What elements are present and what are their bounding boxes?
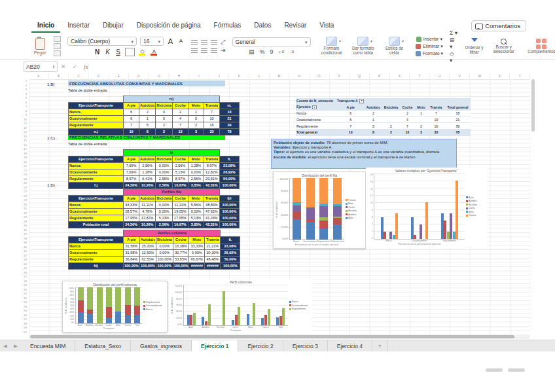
value-cell[interactable]: 2 bbox=[139, 109, 156, 115]
align-top-icon[interactable] bbox=[191, 40, 198, 45]
row-label-cell[interactable]: Nunca bbox=[69, 202, 124, 208]
sheet-tab-encuesta-mim[interactable]: Encuesta MIM bbox=[21, 340, 75, 351]
study-note-box[interactable]: Población objeto de estudio: 78 alumnos … bbox=[271, 139, 457, 169]
cancel-icon[interactable]: ✕ bbox=[61, 63, 66, 70]
value-cell[interactable]: 5,56% bbox=[188, 202, 204, 208]
column-header-T[interactable]: T bbox=[410, 73, 430, 79]
total-value-cell[interactable]: 3 bbox=[188, 128, 204, 135]
pivot-row-field-cell[interactable]: Ejercicio▼ bbox=[296, 104, 336, 111]
row-label-cell[interactable]: Nunca bbox=[69, 109, 124, 115]
value-cell[interactable]: 6 bbox=[124, 115, 139, 122]
value-cell[interactable]: 2,56% bbox=[156, 175, 173, 182]
ribbon-tab-vista[interactable]: Vista bbox=[313, 20, 340, 33]
grand-total-cell[interactable]: 100,00% bbox=[219, 182, 239, 188]
align-right-icon[interactable] bbox=[211, 48, 217, 53]
pivot-value-cell[interactable]: 2 bbox=[414, 123, 427, 130]
row-total-cell[interactable]: 26,92% bbox=[221, 249, 240, 256]
column-header-cell[interactable]: Autobús bbox=[139, 195, 156, 202]
total-value-cell[interactable]: 33 bbox=[204, 128, 219, 135]
row-total-cell[interactable]: 23,08% bbox=[221, 243, 240, 249]
column-header-cell[interactable]: Moto bbox=[188, 195, 204, 202]
value-cell[interactable]: 62,50% bbox=[139, 256, 156, 262]
pivot-total-cell[interactable]: 8 bbox=[365, 129, 382, 135]
paste-button[interactable]: Pegar bbox=[29, 38, 51, 55]
font-size-select[interactable]: 16 bbox=[140, 37, 164, 46]
value-cell[interactable]: 8,97% bbox=[204, 162, 219, 169]
ribbon-tab-fórmulas[interactable]: Fórmulas bbox=[208, 20, 247, 33]
pivot-row-label[interactable]: Ocasionalmente bbox=[296, 116, 336, 123]
pivot-total-cell[interactable]: 78 bbox=[444, 129, 471, 135]
value-cell[interactable]: 0,00% bbox=[156, 202, 173, 208]
chart-valores-multiples[interactable]: Valores múltiples por "Ejercicio\Transpo… bbox=[366, 168, 487, 247]
value-cell[interactable]: 1,28% bbox=[139, 169, 156, 175]
row-label-cell[interactable]: Ocasionalmente bbox=[69, 169, 124, 175]
pivot-value-cell[interactable]: 7 bbox=[427, 111, 444, 117]
value-cell[interactable]: 12,82% bbox=[204, 169, 219, 175]
column-header-cell[interactable]: Tranvía bbox=[204, 156, 219, 162]
pivot-value-cell[interactable]: 6 bbox=[336, 116, 365, 123]
value-cell[interactable]: 7,69% bbox=[124, 162, 139, 169]
value-cell[interactable]: 100,00% bbox=[156, 256, 173, 262]
total-value-cell[interactable]: 24,36% bbox=[124, 221, 139, 228]
ribbon-tab-inicio[interactable]: Inicio bbox=[31, 20, 60, 33]
value-cell[interactable]: 8,97% bbox=[124, 175, 139, 182]
chart-dist-perfil-fila[interactable]: Distribución del perfil fila% de estudia… bbox=[273, 171, 366, 249]
enter-icon[interactable]: ✓ bbox=[73, 63, 78, 70]
pivot-value-cell[interactable]: 39 bbox=[444, 123, 471, 130]
align-middle-icon[interactable] bbox=[201, 40, 207, 45]
pivot-value-cell[interactable]: 1 bbox=[365, 116, 382, 123]
value-cell[interactable]: 30,30% bbox=[205, 249, 221, 256]
value-cell[interactable]: 66,67% bbox=[189, 256, 205, 262]
value-cell[interactable]: 6 bbox=[124, 109, 139, 115]
row-total-cell[interactable]: 100,00% bbox=[219, 202, 239, 208]
row-label-cell[interactable]: Nunca bbox=[69, 162, 124, 169]
column-header-O[interactable]: O bbox=[310, 73, 330, 79]
row-label-cell[interactable]: Regularmente bbox=[69, 122, 124, 128]
pivot-value-cell[interactable]: 5 bbox=[365, 123, 382, 130]
total-value-cell[interactable]: 100,00% bbox=[124, 262, 140, 269]
value-cell[interactable]: 2,56% bbox=[188, 175, 204, 182]
style-button-0[interactable]: Formato condicional bbox=[317, 37, 346, 56]
align-bottom-icon[interactable] bbox=[211, 40, 217, 45]
number-format-select[interactable]: General bbox=[232, 37, 311, 46]
pivot-value-cell[interactable]: 18 bbox=[444, 111, 471, 117]
column-header-F[interactable]: F bbox=[129, 73, 149, 79]
pivot-total-cell[interactable]: 19 bbox=[336, 129, 365, 135]
total-row-label[interactable]: f.j bbox=[69, 182, 124, 188]
grand-total-cell[interactable]: 100,00% bbox=[221, 262, 240, 269]
pivot-value-cell[interactable]: 6 bbox=[336, 111, 365, 117]
value-cell[interactable]: 12,82% bbox=[139, 215, 156, 221]
column-header-Y[interactable]: Y bbox=[510, 73, 530, 79]
pivot-value-cell[interactable] bbox=[414, 116, 427, 123]
addins-button[interactable]: Complementos bbox=[528, 33, 555, 60]
horizontal-scrollbar[interactable] bbox=[29, 334, 530, 339]
value-cell[interactable]: 2 bbox=[188, 122, 204, 128]
value-cell[interactable]: 16 bbox=[204, 122, 219, 128]
row-total-cell[interactable]: 39 bbox=[219, 122, 239, 128]
row-total-cell[interactable]: 18 bbox=[219, 109, 239, 115]
column-header-cell[interactable]: Moto bbox=[189, 236, 205, 243]
pivot-column-header[interactable]: Autobús bbox=[365, 104, 382, 111]
value-cell[interactable]: 38,89% bbox=[204, 202, 219, 208]
corner-header[interactable]: Ejercicio\Transporte bbox=[69, 156, 124, 162]
pivot-row-label[interactable]: Nunca bbox=[296, 111, 336, 117]
value-cell[interactable]: 33,33% bbox=[189, 243, 205, 249]
pivot-row-label[interactable]: Regularmente bbox=[296, 123, 336, 130]
decrease-font-icon[interactable]: A bbox=[177, 38, 185, 44]
value-cell[interactable]: 0 bbox=[156, 115, 173, 122]
pivot-value-cell[interactable]: 1 bbox=[414, 111, 427, 117]
total-value-cell[interactable]: 10,26% bbox=[139, 221, 156, 228]
pivot-value-cell[interactable]: 2 bbox=[400, 111, 414, 117]
value-cell[interactable]: 0,00% bbox=[156, 169, 173, 175]
value-cell[interactable]: 0 bbox=[156, 109, 173, 115]
orientation-icon[interactable]: ⤢ bbox=[221, 39, 225, 45]
column-header-G[interactable]: G bbox=[149, 73, 170, 79]
value-cell[interactable]: 7 bbox=[124, 122, 139, 128]
total-value-cell[interactable]: ###### bbox=[189, 262, 205, 269]
percent-style-icon[interactable]: % bbox=[260, 48, 265, 55]
ribbon-tab-disposición-de-página[interactable]: Disposición de página bbox=[131, 20, 207, 33]
row-headers[interactable]: 1234567891011121314151617181920212223242… bbox=[20, 79, 28, 334]
value-cell[interactable]: 2 bbox=[172, 109, 188, 115]
column-header-cell[interactable]: Bicicleta bbox=[156, 102, 173, 109]
column-header-X[interactable]: X bbox=[490, 73, 510, 79]
